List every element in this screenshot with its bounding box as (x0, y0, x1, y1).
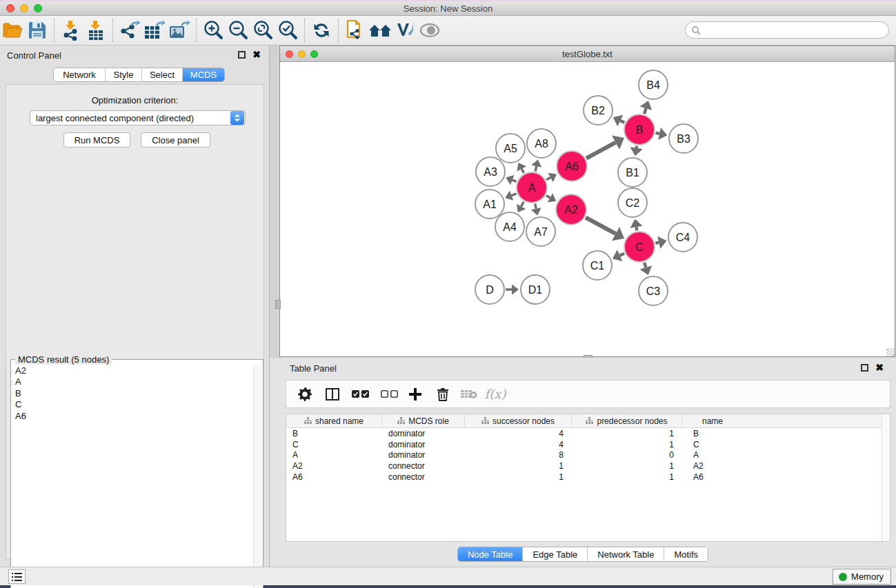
control-panel: Control Panel ✖ Network Style Select MCD… (0, 45, 270, 567)
graph-edge[interactable] (637, 227, 637, 230)
graph-node-label: D (486, 284, 494, 296)
graph-edge-arrowhead (657, 236, 666, 249)
run-mcds-button[interactable]: Run MCDS (63, 132, 130, 148)
tab-edge-table[interactable]: Edge Table (523, 547, 588, 561)
node-table[interactable]: shared nameMCDS rolesuccessor nodesprede… (286, 414, 890, 542)
import-network-icon[interactable] (59, 19, 83, 42)
delete-table-icon[interactable] (457, 384, 481, 405)
zoom-fit-icon[interactable] (250, 19, 275, 42)
result-item[interactable]: A6 (12, 411, 253, 422)
export-table-icon[interactable] (142, 19, 167, 42)
dropdown-stepper-icon (230, 111, 244, 125)
search-field[interactable] (685, 21, 889, 39)
graph-edge[interactable] (586, 217, 616, 234)
graph-edge[interactable] (644, 108, 646, 114)
graph-edge[interactable] (644, 263, 646, 267)
result-item[interactable]: A (12, 376, 253, 387)
result-item[interactable]: A2 (12, 365, 253, 376)
graph-node-label: B4 (646, 79, 660, 91)
zoom-out-icon[interactable] (226, 19, 250, 42)
tab-mcds[interactable]: MCDS (183, 68, 224, 81)
save-session-icon[interactable] (25, 19, 50, 42)
table-row[interactable]: Adominator80A (286, 449, 890, 460)
close-table-panel-icon[interactable]: ✖ (875, 364, 884, 372)
table-row[interactable]: Bdominator41B (286, 428, 890, 439)
export-image-icon[interactable] (167, 19, 192, 42)
graph-edge[interactable] (546, 196, 550, 198)
table-row[interactable]: Cdominator41C (286, 439, 890, 450)
graph-edge[interactable] (521, 169, 524, 173)
status-bar: Memory (0, 567, 896, 585)
task-history-button[interactable] (8, 569, 26, 584)
result-item[interactable]: B (12, 388, 253, 399)
close-panel-button[interactable]: Close panel (141, 132, 210, 148)
tab-motifs[interactable]: Motifs (664, 547, 708, 561)
clone-network-icon[interactable] (343, 19, 368, 42)
graph-edge[interactable] (656, 133, 660, 134)
export-network-icon[interactable] (117, 19, 142, 42)
tab-style[interactable]: Style (106, 68, 142, 81)
mcds-result-list[interactable]: A2ABCA6 (12, 365, 253, 588)
tab-network-table[interactable]: Network Table (588, 547, 664, 561)
column-header-shared-name[interactable]: shared name (286, 414, 382, 427)
table-cell: 1 (572, 440, 682, 449)
column-header-MCDS-role[interactable]: MCDS role (382, 414, 465, 427)
table-row[interactable]: A2connector11A2 (286, 460, 890, 472)
toolbar-separator (304, 19, 305, 42)
result-item[interactable]: C (12, 399, 253, 410)
criterion-dropdown[interactable]: largest connected component (directed) (30, 110, 246, 125)
column-header-successor-nodes[interactable]: successor nodes (465, 414, 572, 427)
column-header-predecessor-nodes[interactable]: predecessor nodes (572, 414, 682, 427)
float-panel-icon[interactable] (238, 51, 246, 59)
graph-edge[interactable] (512, 180, 517, 181)
mcds-tab-content: Optimization criterion: largest connecte… (6, 84, 264, 560)
table-cell: connector (382, 461, 465, 471)
float-table-panel-icon[interactable] (861, 364, 868, 372)
window-resize-grip[interactable] (886, 348, 895, 356)
show-all-networks-icon[interactable] (368, 19, 392, 42)
table-cell: 0 (572, 450, 682, 460)
refresh-icon[interactable] (309, 19, 334, 42)
zoom-selected-icon[interactable] (275, 19, 300, 42)
table-row[interactable]: A6connector11A6 (286, 472, 890, 483)
zoom-in-icon[interactable] (201, 19, 226, 42)
tab-network[interactable]: Network (54, 68, 106, 81)
graph-edge[interactable] (620, 254, 624, 256)
graph-edge[interactable] (586, 143, 615, 159)
memory-button[interactable]: Memory (833, 569, 891, 585)
tab-select[interactable]: Select (142, 68, 183, 81)
toggle-views-icon[interactable] (417, 19, 442, 42)
graph-edge[interactable] (535, 166, 537, 171)
table-cell: A2 (682, 461, 743, 471)
graph-edge[interactable] (535, 204, 536, 209)
graph-node-label: B3 (677, 133, 690, 145)
graph-node-label: A7 (534, 226, 548, 238)
search-input[interactable] (704, 23, 888, 37)
table-scrollbar[interactable] (882, 414, 890, 541)
column-layout-icon[interactable] (321, 384, 344, 405)
graph-edge[interactable] (521, 202, 524, 206)
graph-edge-arrowhead (658, 128, 667, 140)
graph-edge[interactable] (655, 243, 659, 243)
network-canvas-svg[interactable]: B4B2BB3A5A8A6A3B1AA1C2A2A4A7C4CC1DD1C3 (280, 63, 895, 356)
select-all-checkboxes-icon[interactable] (348, 384, 372, 405)
graph-edge[interactable] (620, 121, 624, 123)
close-panel-icon[interactable]: ✖ (252, 51, 261, 59)
open-file-icon[interactable] (0, 19, 25, 42)
validate-icon[interactable] (392, 19, 417, 42)
add-column-icon[interactable] (404, 384, 427, 405)
result-scrollbar[interactable] (253, 365, 262, 588)
import-table-icon[interactable] (83, 19, 108, 42)
graph-edge[interactable] (546, 177, 550, 179)
network-vertical-scrollthumb[interactable] (275, 300, 281, 309)
settings-gear-icon[interactable] (293, 384, 317, 405)
toolbar-separator (196, 19, 197, 42)
column-header-name[interactable]: name (682, 414, 743, 427)
graph-edge[interactable] (637, 146, 637, 148)
delete-column-trash-icon[interactable] (431, 384, 455, 405)
function-builder-icon[interactable]: f(x) (484, 384, 507, 405)
graph-edge[interactable] (512, 194, 517, 196)
deselect-all-checkboxes-icon[interactable] (377, 384, 401, 405)
network-window-titlebar[interactable]: testGlobe.txt (280, 46, 895, 62)
tab-node-table[interactable]: Node Table (458, 547, 524, 561)
